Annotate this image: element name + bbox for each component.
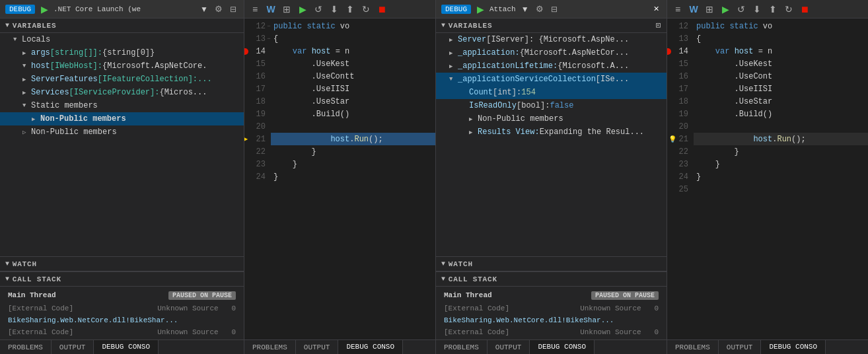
popup-cs-label: CALL STACK (449, 275, 497, 283)
static-label: Static members (31, 101, 98, 110)
watch-header[interactable]: ▼ WATCH (0, 257, 244, 271)
tab-problems-middle[interactable]: PROBLEMS (244, 340, 296, 355)
r-code-18: .UseStar (694, 95, 868, 108)
main-thread-item[interactable]: Main Thread PAUSED ON PAUSE (0, 288, 244, 302)
popup-dll[interactable]: BikeSharing.Web.NetCore.dll!BikeShar... (436, 314, 667, 326)
tab-output-right[interactable]: OUTPUT (719, 340, 762, 355)
popup-dropdown[interactable]: ▼ (520, 4, 530, 15)
r-line-22: 22 (667, 145, 694, 158)
popup-item-isreadonly[interactable]: IsReadOnly [bool]: false (436, 99, 667, 112)
paused-badge: PAUSED ON PAUSE (168, 291, 236, 300)
r-step-out-btn[interactable]: ↻ (782, 3, 795, 16)
tree-item-args[interactable]: ▶ args [string[]]: {string[0]} (0, 46, 244, 59)
rv-name: Results View: (478, 127, 540, 137)
popup-item-application[interactable]: ▶ _application: {Microsoft.AspNetCor... (436, 46, 667, 59)
callstack-external-2[interactable]: [External Code] Unknown Source 0 (0, 326, 244, 338)
callstack-external-1[interactable]: [External Code] Unknown Source 0 (0, 302, 244, 314)
gear-button[interactable]: ⚙ (213, 4, 224, 15)
tab-problems-popup[interactable]: PROBLEMS (436, 340, 488, 355)
popup-main-thread[interactable]: Main Thread PAUSED ON PAUSE (436, 288, 667, 302)
step-into-btn[interactable]: ⬆ (344, 3, 357, 16)
tab-problems-left[interactable]: PROBLEMS (0, 340, 52, 355)
line-21: ▶ 21 (244, 133, 271, 145)
tree-item-services[interactable]: ▶ Services [IServiceProvider]: {Micros..… (0, 86, 244, 99)
popup-close-btn[interactable]: ✕ (651, 4, 661, 15)
callstack-header[interactable]: ▼ CALL STACK (0, 272, 244, 287)
popup-watch-header[interactable]: ▼ WATCH (436, 257, 667, 271)
callstack-bikesharing[interactable]: BikeSharing.Web.NetCore.dll!BikeShar... (0, 314, 244, 326)
popup-ext-2[interactable]: [External Code] Unknown Source 0 (436, 326, 667, 338)
server-name: Server (458, 35, 486, 44)
sf-arrow: ▶ (22, 76, 29, 83)
tab-output-popup[interactable]: OUTPUT (488, 340, 530, 355)
args-bp-dot (13, 48, 22, 57)
r-grid-btn[interactable]: ⊞ (703, 3, 716, 16)
play-button[interactable]: ▶ (39, 4, 50, 15)
tab-debug-console-right[interactable]: DEBUG CONSO (761, 340, 826, 355)
ext-source-1: Unknown Source 0 (157, 304, 236, 312)
w-btn[interactable]: W (264, 3, 277, 16)
args-name: args (31, 48, 50, 57)
line-20: 20 (244, 120, 271, 133)
args-arrow: ▶ (22, 50, 29, 57)
restart-btn[interactable]: ↺ (312, 3, 325, 16)
r-step-into-btn[interactable]: ⬆ (766, 3, 779, 16)
tab-output-middle[interactable]: OUTPUT (296, 340, 339, 355)
rv-value: Expanding the Resul... (540, 127, 644, 137)
popup-panel-btn[interactable]: ⊟ (549, 4, 560, 15)
grid-btn[interactable]: ⊞ (280, 3, 293, 16)
r-step-over-btn[interactable]: ⬇ (750, 3, 764, 16)
r-stop-btn[interactable]: ⏹ (798, 3, 811, 16)
variables-section-header[interactable]: ▼ VARIABLES (0, 18, 244, 33)
popup-ext-text-1: [External Code] (444, 304, 509, 312)
tree-item-host[interactable]: ▼ host [IWebHost]: {Microsoft.AspNetCore… (0, 59, 244, 73)
step-over-btn[interactable]: ⬇ (328, 3, 341, 16)
popup-play-button[interactable]: ▶ (475, 4, 486, 15)
np3-label: Non-Public members (478, 114, 563, 124)
np-label: Non-Public members (40, 114, 126, 124)
tab-debug-console-left[interactable]: DEBUG CONSO (94, 340, 159, 355)
tab-problems-right[interactable]: PROBLEMS (667, 340, 719, 355)
r-menu-btn[interactable]: ≡ (671, 3, 684, 16)
run-btn[interactable]: ▶ (296, 3, 309, 16)
popup-item-count[interactable]: Count [int]: 154 (436, 86, 667, 99)
step-out-btn[interactable]: ↻ (359, 3, 373, 16)
stop-btn[interactable]: ⏹ (375, 3, 388, 16)
popup-variables-header[interactable]: ▼ VARIABLES ⊡ (436, 18, 667, 33)
popup-item-lifetime[interactable]: ▶ _applicationLifetime: {Microsoft.A... (436, 59, 667, 73)
r-line-17: 17 (667, 83, 694, 95)
r-w-btn[interactable]: W (687, 3, 700, 16)
popup-item-resultsview[interactable]: ▶ Results View: Expanding the Resul... (436, 125, 667, 139)
dropdown-button[interactable]: ▼ (199, 4, 209, 15)
panel-button[interactable]: ⊟ (228, 4, 238, 15)
code-line-16: .UseContt (271, 70, 435, 83)
locals-group[interactable]: ▼ Locals (0, 33, 244, 46)
r-run-btn[interactable]: ▶ (719, 3, 732, 16)
menu-btn[interactable]: ≡ (248, 3, 262, 16)
code-line-21: host.Run(); (271, 133, 435, 145)
watch-label: WATCH (13, 260, 37, 268)
r-line-21: 💡 21 (667, 133, 694, 145)
popup-item-server[interactable]: ▶ Server [IServer]: {Microsoft.AspNe... (436, 33, 667, 46)
cs-label: CALL STACK (13, 275, 61, 283)
popup-cs-header[interactable]: ▼ CALL STACK (436, 272, 667, 287)
code-line-17: .UseIISI (271, 83, 435, 95)
sf-name: ServerFeatures (31, 75, 98, 84)
tab-debug-console-middle[interactable]: DEBUG CONSO (338, 340, 403, 355)
popup-item-servicecollection[interactable]: ▼ _applicationServiceCollection [ISe... (436, 73, 667, 86)
tree-item-serverfeatures[interactable]: ▶ ServerFeatures [IFeatureCollection]:..… (0, 73, 244, 86)
popup-gear[interactable]: ⚙ (534, 4, 545, 15)
r-code-25 (694, 183, 868, 195)
tree-item-static[interactable]: ▼ Static members (0, 99, 244, 112)
popup-toolbar: DEBUG ▶ Attach ▼ ⚙ ⊟ ✕ (436, 0, 667, 18)
count-value: 154 (521, 88, 536, 97)
tab-output-left[interactable]: OUTPUT (52, 340, 94, 355)
popup-var-copy-icon[interactable]: ⊡ (656, 20, 661, 30)
code-line-12: public static vo (271, 20, 435, 32)
r-restart-btn[interactable]: ↺ (735, 3, 748, 16)
popup-item-nonpublic[interactable]: ▶ Non-Public members (436, 112, 667, 125)
tree-item-nonpublic-selected[interactable]: ▶ Non-Public members (0, 112, 244, 125)
popup-ext-1[interactable]: [External Code] Unknown Source 0 (436, 302, 667, 314)
tree-item-nonpublic2[interactable]: ▷ Non-Public members (0, 125, 244, 139)
tab-debug-console-popup[interactable]: DEBUG CONSO (530, 340, 595, 355)
